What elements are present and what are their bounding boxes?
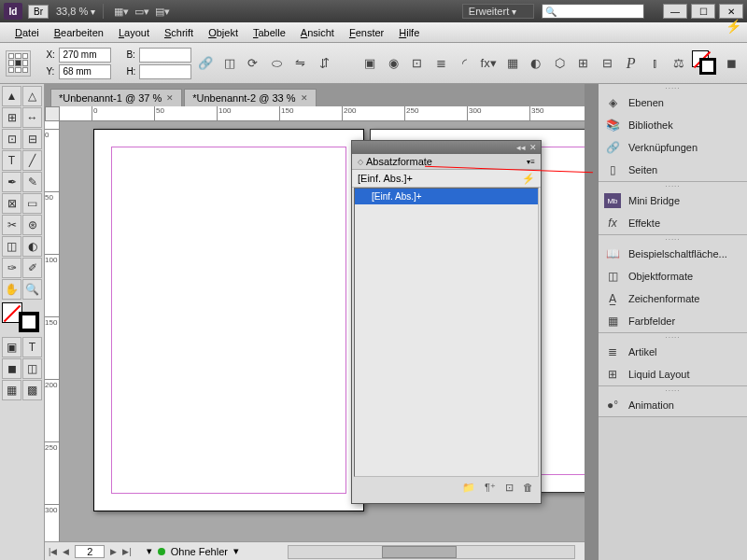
screen-mode-icon[interactable]: ▭▾ (132, 3, 152, 20)
folder-icon[interactable]: 📁 (462, 482, 475, 494)
menu-objekt[interactable]: Objekt (201, 24, 246, 41)
delete-style-icon[interactable]: 🗑 (523, 482, 533, 493)
rectangle-tool[interactable]: ▭ (22, 193, 42, 214)
effects-dropdown-icon[interactable]: fx▾ (478, 53, 498, 74)
constrain-icon[interactable]: 🔗 (195, 53, 215, 74)
note-tool[interactable]: ✑ (2, 258, 21, 278)
panel-farbfelder[interactable]: ▦Farbfelder (599, 310, 747, 332)
panel-effekte[interactable]: fxEffekte (599, 212, 747, 234)
next-page-button[interactable]: ▶ (110, 547, 117, 556)
menu-schrift[interactable]: Schrift (157, 24, 201, 41)
panel-collapse-strip[interactable] (585, 84, 598, 560)
panel-animation[interactable]: ●°Animation (599, 394, 747, 416)
zoom-tool[interactable]: 🔍 (22, 279, 42, 300)
flip-v-icon[interactable]: ⇵ (314, 53, 333, 74)
menu-tabelle[interactable]: Tabelle (246, 24, 293, 41)
new-style-icon[interactable]: ¶⁺ (485, 482, 496, 494)
panel-minibridge[interactable]: MbMini Bridge (599, 189, 747, 212)
style-list[interactable]: [Einf. Abs.]+ (354, 188, 539, 477)
menu-datei[interactable]: DDateiatei (7, 24, 47, 41)
gap-tool[interactable]: ↔ (22, 107, 42, 128)
panel-beispiel[interactable]: 📖Beispielschaltfläche... (599, 243, 747, 265)
distribute-icon[interactable]: ⊟ (598, 53, 617, 74)
direct-selection-tool[interactable]: △ (22, 86, 42, 106)
panel-objektformate[interactable]: ◫Objektformate (599, 265, 747, 287)
close-icon[interactable]: ✕ (166, 93, 174, 103)
search-input[interactable]: 🔍 (542, 4, 644, 19)
flip-h-icon[interactable]: ⇋ (290, 53, 310, 74)
view-mode-icon[interactable]: ▦▾ (111, 3, 132, 20)
gradient-swatch-tool[interactable]: ◫ (2, 236, 21, 257)
x-input[interactable] (59, 48, 111, 63)
minimize-button[interactable]: — (663, 4, 687, 19)
paragraph-icon[interactable]: P (621, 53, 641, 74)
prev-page-button[interactable]: ◀ (63, 547, 69, 556)
document-tab-2[interactable]: *Unbenannt-2 @ 33 %✕ (184, 89, 316, 106)
fill-stroke-control[interactable] (692, 50, 717, 77)
eyedropper-tool[interactable]: ✐ (22, 258, 42, 278)
rotate-icon[interactable]: ⟳ (243, 53, 262, 74)
line-tool[interactable]: ╱ (22, 150, 42, 171)
last-page-button[interactable]: ▶| (122, 547, 131, 556)
menu-layout[interactable]: Layout (111, 24, 157, 41)
horizontal-ruler[interactable]: 050100150200250300350400 (60, 106, 585, 121)
document-tab-1[interactable]: *Unbenannt-1 @ 37 %✕ (50, 89, 182, 106)
text-wrap-icon[interactable]: ≣ (431, 53, 451, 74)
scale-icon[interactable]: ◫ (219, 53, 239, 74)
formatting-container-tool[interactable]: ▣ (2, 337, 21, 357)
align-obj-icon[interactable]: ⫿ (644, 53, 664, 74)
panel-collapse-icon[interactable]: ◂◂ (516, 143, 526, 152)
vertical-ruler[interactable]: 050100150200250300 (45, 121, 60, 541)
close-icon[interactable]: ✕ (301, 93, 308, 103)
page-tool[interactable]: ⊞ (2, 107, 21, 128)
maximize-button[interactable]: ☐ (691, 4, 715, 19)
pencil-tool[interactable]: ✎ (22, 172, 42, 192)
align-icon[interactable]: ⊞ (573, 53, 593, 74)
gradient-feather-tool[interactable]: ◐ (22, 236, 42, 257)
ruler-origin[interactable] (45, 106, 60, 121)
menu-ansicht[interactable]: Ansicht (293, 24, 342, 41)
select-container-icon[interactable]: ▣ (359, 53, 379, 74)
rectangle-frame-tool[interactable]: ⊠ (2, 193, 21, 214)
w-input[interactable] (139, 48, 191, 63)
style-item-einf-abs[interactable]: [Einf. Abs.]+ (355, 189, 538, 204)
opacity-icon[interactable]: ◐ (526, 53, 545, 74)
content-placer-tool[interactable]: ⊟ (22, 129, 42, 149)
panel-liquid[interactable]: ⊞Liquid Layout (599, 363, 747, 385)
drop-shadow-icon[interactable]: ▦ (502, 53, 522, 74)
first-page-button[interactable]: |◀ (49, 547, 57, 556)
panel-artikel[interactable]: ≣Artikel (599, 341, 747, 363)
free-transform-tool[interactable]: ⊛ (22, 215, 42, 235)
preview-tool[interactable]: ▩ (22, 380, 42, 400)
menu-fenster[interactable]: Fenster (342, 24, 391, 41)
pen-tool[interactable]: ✒ (2, 172, 21, 192)
page-1[interactable] (93, 129, 364, 511)
apply-gradient-tool[interactable]: ◫ (22, 358, 42, 379)
corner-icon[interactable]: ◜ (455, 53, 474, 74)
preflight-status[interactable]: Ohne Fehler (171, 546, 228, 557)
quick-apply-icon[interactable]: ⚡ (726, 19, 741, 34)
normal-view-tool[interactable]: ▦ (2, 380, 21, 400)
menu-hilfe[interactable]: Hilfe (391, 24, 427, 41)
page-number[interactable]: 2 (75, 545, 105, 558)
panel-ebenen[interactable]: ◈Ebenen (599, 91, 747, 114)
zoom-level[interactable]: 33,8 % ▾ (56, 6, 95, 17)
menu-bearbeiten[interactable]: Bearbeiten (47, 24, 111, 41)
apply-color-icon[interactable]: ◼ (721, 53, 740, 74)
panel-close-icon[interactable]: ✕ (529, 143, 537, 152)
hand-tool[interactable]: ✋ (2, 279, 21, 300)
clear-override-icon[interactable]: ⊡ (505, 482, 514, 494)
shear-icon[interactable]: ⬭ (267, 53, 287, 74)
pathfinder-icon[interactable]: ⬡ (550, 53, 570, 74)
panel-seiten[interactable]: ▯Seiten (599, 159, 747, 181)
panel-bibliothek[interactable]: 📚Bibliothek (599, 114, 747, 136)
content-tool[interactable]: ⊡ (2, 129, 21, 149)
h-input[interactable] (139, 64, 191, 79)
selection-tool[interactable]: ▲ (2, 86, 21, 106)
scissors-tool[interactable]: ✂ (2, 215, 21, 235)
arrange-icon[interactable]: ▤▾ (152, 3, 173, 20)
apply-color-tool[interactable]: ◼ (2, 358, 21, 379)
close-button[interactable]: ✕ (719, 4, 743, 19)
bridge-button[interactable]: Br (28, 5, 49, 19)
reference-point[interactable] (6, 50, 31, 77)
